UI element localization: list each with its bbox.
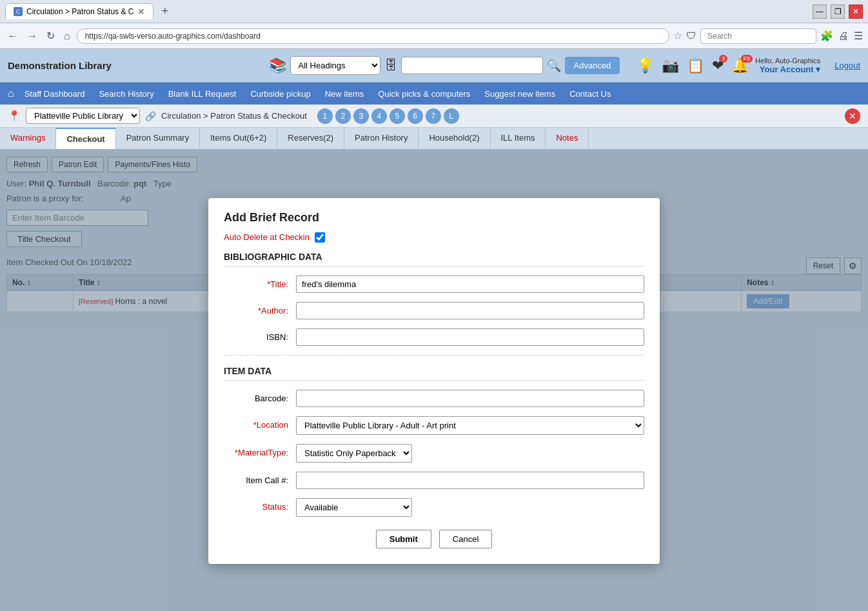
header-icons: 💡 📷 📋 ❤ 3 🔔 F9 [636, 57, 749, 74]
menu-icon[interactable]: ☰ [854, 30, 863, 42]
pagination-buttons: 1 2 3 4 5 6 7 L [317, 108, 459, 124]
tab-household[interactable]: Household(2) [419, 128, 490, 149]
lightbulb-icon[interactable]: 💡 [636, 57, 654, 74]
nav-suggest[interactable]: Suggest new items [478, 85, 562, 103]
nav-blank-ill[interactable]: Blank ILL Request [162, 85, 243, 103]
user-info: Hello, Auto-Graphics Your Account ▾ [755, 57, 820, 74]
list-icon[interactable]: 📋 [687, 57, 704, 74]
breadcrumb-link-icon: 🔗 [145, 111, 156, 121]
location-select[interactable]: Platteville Public Library - Adult - Art… [296, 416, 644, 435]
heading-select[interactable]: All Headings Author Title Subject [290, 56, 380, 75]
cancel-button[interactable]: Cancel [439, 530, 492, 548]
author-input[interactable] [296, 302, 644, 319]
nav-search-history[interactable]: Search History [92, 85, 160, 103]
tab-notes[interactable]: Notes [546, 128, 589, 149]
browser-tab-active[interactable]: C Circulation > Patron Status & C ✕ [5, 3, 153, 19]
tab-label: Circulation > Patron Status & C [26, 7, 133, 16]
call-row: Item Call #: [224, 472, 644, 489]
window-controls: — ❐ ✕ [813, 5, 863, 19]
auto-delete-checkbox[interactable] [315, 232, 325, 243]
pg-btn-L[interactable]: L [444, 108, 459, 124]
logout-button[interactable]: Logout [834, 61, 860, 70]
pg-btn-4[interactable]: 4 [371, 108, 387, 124]
title-input[interactable] [296, 275, 644, 293]
library-select[interactable]: Platteville Public Library [26, 108, 140, 124]
browser-titlebar: C Circulation > Patron Status & C ✕ + — … [0, 0, 868, 23]
advanced-button[interactable]: Advanced [565, 57, 620, 74]
status-label: Status: [224, 498, 288, 512]
header-search-area: 📚 All Headings Author Title Subject 🗄 🔍 … [269, 56, 620, 75]
main-search-input[interactable] [401, 57, 543, 74]
location-row: *Location Platteville Public Library - A… [224, 416, 644, 435]
location-label: *Location [224, 416, 288, 430]
add-brief-record-modal: Add Brief Record Auto Delete at Checkin … [208, 198, 660, 564]
search-button[interactable]: 🔍 [547, 59, 561, 73]
tab-patron-summary[interactable]: Patron Summary [116, 128, 201, 149]
author-label: *Author: [224, 302, 288, 316]
status-row: Status: Available Checked Out On Hold [224, 498, 644, 517]
home-nav-icon[interactable]: ⌂ [8, 88, 14, 99]
material-select[interactable]: Statistic Only Paperback Book DVD Magazi… [296, 444, 412, 463]
back-button[interactable]: ← [5, 28, 21, 45]
heart-badge: 3 [719, 55, 727, 63]
nav-curbside[interactable]: Curbside pickup [244, 85, 317, 103]
home-button[interactable]: ⌂ [61, 28, 73, 45]
app-header: Demonstration Library 📚 All Headings Aut… [0, 49, 868, 83]
shield-icon: 🛡 [686, 30, 696, 42]
nav-staff-dashboard[interactable]: Staff Dashboard [18, 85, 92, 103]
tab-items-out[interactable]: Items Out(6+2) [200, 128, 277, 149]
close-breadcrumb-button[interactable]: ✕ [845, 108, 860, 124]
camera-icon[interactable]: 📷 [662, 57, 679, 74]
isbn-row: ISBN: [224, 328, 644, 346]
call-input[interactable] [296, 472, 644, 489]
material-row: *MaterialType: Statistic Only Paperback … [224, 444, 644, 463]
user-greeting: Hello, Auto-Graphics [755, 57, 820, 65]
forward-button[interactable]: → [25, 28, 40, 45]
item-section-title: ITEM DATA [224, 366, 644, 381]
tab-checkout[interactable]: Checkout [56, 128, 115, 149]
nav-quick-picks[interactable]: Quick picks & computers [371, 85, 477, 103]
nav-new-items[interactable]: New items [319, 85, 371, 103]
minimize-button[interactable]: — [813, 5, 827, 19]
browser-tabs: C Circulation > Patron Status & C ✕ + [5, 3, 173, 19]
pg-btn-1[interactable]: 1 [317, 108, 333, 124]
tab-patron-history[interactable]: Patron History [344, 128, 419, 149]
db-icon[interactable]: 🗄 [384, 58, 397, 73]
print-icon[interactable]: 🖨 [838, 30, 849, 42]
auto-delete-label: Auto Delete at Checkin [224, 232, 310, 242]
tab-ill-items[interactable]: ILL Items [491, 128, 546, 149]
user-account-button[interactable]: Your Account ▾ [755, 65, 820, 74]
address-input[interactable] [77, 28, 669, 44]
heart-icon[interactable]: ❤ 3 [712, 57, 724, 74]
pg-btn-7[interactable]: 7 [426, 108, 441, 124]
barcode-field-label: Barcode: [224, 390, 288, 403]
submit-button[interactable]: Submit [376, 530, 431, 548]
pg-btn-6[interactable]: 6 [408, 108, 423, 124]
material-label: *MaterialType: [224, 444, 288, 457]
address-bar: ← → ↻ ⌂ ☆ 🛡 🧩 🖨 ☰ [0, 23, 868, 49]
bookmark-icon[interactable]: ☆ [673, 30, 682, 42]
new-tab-button[interactable]: + [156, 3, 173, 19]
close-button[interactable]: ✕ [849, 5, 863, 19]
section-divider [224, 355, 644, 356]
pg-btn-3[interactable]: 3 [353, 108, 369, 124]
browser-search-input[interactable] [700, 28, 816, 44]
bell-icon[interactable]: 🔔 F9 [731, 57, 749, 74]
refresh-button[interactable]: ↻ [44, 27, 57, 45]
tab-reserves[interactable]: Reserves(2) [277, 128, 344, 149]
pg-btn-2[interactable]: 2 [335, 108, 351, 124]
title-row: *Title: [224, 275, 644, 293]
main-content: Refresh Patron Edit Payments/Fines Histo… [0, 150, 868, 611]
isbn-label: ISBN: [224, 328, 288, 342]
status-select[interactable]: Available Checked Out On Hold [296, 498, 412, 517]
maximize-button[interactable]: ❐ [831, 5, 845, 19]
logo-icon: 📚 [269, 57, 286, 74]
barcode-field-input[interactable] [296, 390, 644, 407]
isbn-input[interactable] [296, 328, 644, 346]
biblio-section-title: BIBLIOGRAPHIC DATA [224, 252, 644, 266]
tab-close-icon[interactable]: ✕ [137, 6, 145, 17]
modal-overlay: Add Brief Record Auto Delete at Checkin … [0, 150, 868, 611]
tab-warnings[interactable]: Warnings [0, 128, 56, 149]
pg-btn-5[interactable]: 5 [390, 108, 405, 124]
nav-contact[interactable]: Contact Us [563, 85, 617, 103]
